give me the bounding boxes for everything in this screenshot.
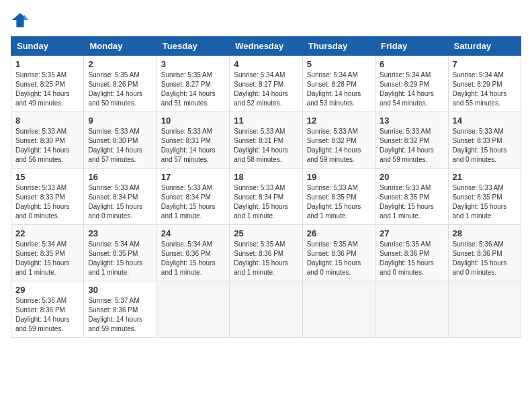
day-number: 28 — [453, 228, 517, 238]
calendar-cell: 11Sunrise: 5:33 AM Sunset: 8:31 PM Dayli… — [230, 112, 302, 169]
calendar-cell: 8Sunrise: 5:33 AM Sunset: 8:30 PM Daylig… — [11, 112, 84, 169]
day-info: Sunrise: 5:36 AM Sunset: 8:36 PM Dayligh… — [453, 240, 517, 277]
day-number: 2 — [88, 59, 152, 69]
calendar-cell: 27Sunrise: 5:35 AM Sunset: 8:36 PM Dayli… — [375, 225, 448, 281]
calendar-cell: 30Sunrise: 5:37 AM Sunset: 8:36 PM Dayli… — [84, 281, 157, 338]
day-info: Sunrise: 5:37 AM Sunset: 8:36 PM Dayligh… — [88, 296, 152, 334]
day-info: Sunrise: 5:35 AM Sunset: 8:26 PM Dayligh… — [88, 71, 152, 108]
logo — [11, 11, 32, 30]
day-number: 10 — [161, 116, 225, 126]
day-info: Sunrise: 5:33 AM Sunset: 8:35 PM Dayligh… — [453, 183, 517, 221]
calendar-cell: 23Sunrise: 5:34 AM Sunset: 8:35 PM Dayli… — [84, 225, 157, 281]
day-info: Sunrise: 5:36 AM Sunset: 8:36 PM Dayligh… — [15, 296, 79, 334]
calendar-cell: 9Sunrise: 5:33 AM Sunset: 8:30 PM Daylig… — [84, 112, 157, 169]
day-info: Sunrise: 5:34 AM Sunset: 8:29 PM Dayligh… — [380, 71, 443, 108]
day-number: 21 — [453, 172, 517, 182]
calendar-cell: 3Sunrise: 5:35 AM Sunset: 8:27 PM Daylig… — [157, 56, 229, 112]
day-info: Sunrise: 5:33 AM Sunset: 8:32 PM Dayligh… — [380, 127, 443, 165]
col-header-thursday: Thursday — [302, 37, 375, 56]
day-info: Sunrise: 5:33 AM Sunset: 8:35 PM Dayligh… — [380, 183, 443, 221]
calendar-cell: 21Sunrise: 5:33 AM Sunset: 8:35 PM Dayli… — [448, 169, 521, 225]
col-header-monday: Monday — [84, 37, 157, 56]
day-number: 18 — [234, 172, 298, 182]
calendar-cell: 29Sunrise: 5:36 AM Sunset: 8:36 PM Dayli… — [11, 281, 84, 338]
calendar-cell: 19Sunrise: 5:33 AM Sunset: 8:35 PM Dayli… — [302, 169, 375, 225]
calendar-cell: 26Sunrise: 5:35 AM Sunset: 8:36 PM Dayli… — [302, 225, 375, 281]
day-number: 11 — [234, 116, 298, 126]
day-info: Sunrise: 5:35 AM Sunset: 8:27 PM Dayligh… — [161, 71, 225, 108]
calendar-cell: 4Sunrise: 5:34 AM Sunset: 8:27 PM Daylig… — [230, 56, 302, 112]
calendar-cell: 13Sunrise: 5:33 AM Sunset: 8:32 PM Dayli… — [375, 112, 448, 169]
calendar-cell: 22Sunrise: 5:34 AM Sunset: 8:35 PM Dayli… — [11, 225, 84, 281]
calendar-cell: 25Sunrise: 5:35 AM Sunset: 8:36 PM Dayli… — [230, 225, 302, 281]
col-header-tuesday: Tuesday — [157, 37, 229, 56]
day-number: 3 — [161, 59, 225, 69]
day-number: 17 — [161, 172, 225, 182]
day-info: Sunrise: 5:34 AM Sunset: 8:35 PM Dayligh… — [15, 240, 79, 277]
header — [11, 11, 521, 30]
calendar: SundayMondayTuesdayWednesdayThursdayFrid… — [11, 36, 521, 338]
day-info: Sunrise: 5:33 AM Sunset: 8:33 PM Dayligh… — [453, 127, 517, 165]
day-info: Sunrise: 5:33 AM Sunset: 8:30 PM Dayligh… — [88, 127, 152, 165]
calendar-cell — [448, 281, 521, 338]
calendar-cell: 10Sunrise: 5:33 AM Sunset: 8:31 PM Dayli… — [157, 112, 229, 169]
col-header-wednesday: Wednesday — [230, 37, 302, 56]
day-number: 4 — [234, 59, 298, 69]
day-number: 26 — [307, 228, 371, 238]
day-number: 16 — [88, 172, 152, 182]
day-info: Sunrise: 5:34 AM Sunset: 8:29 PM Dayligh… — [453, 71, 517, 108]
day-info: Sunrise: 5:33 AM Sunset: 8:32 PM Dayligh… — [307, 127, 371, 165]
day-number: 8 — [15, 116, 79, 126]
day-info: Sunrise: 5:33 AM Sunset: 8:33 PM Dayligh… — [15, 183, 79, 221]
day-number: 24 — [161, 228, 225, 238]
day-number: 25 — [234, 228, 298, 238]
logo-icon — [11, 11, 30, 30]
calendar-cell: 20Sunrise: 5:33 AM Sunset: 8:35 PM Dayli… — [375, 169, 448, 225]
day-number: 30 — [88, 285, 152, 295]
calendar-cell: 1Sunrise: 5:35 AM Sunset: 8:25 PM Daylig… — [11, 56, 84, 112]
calendar-cell: 18Sunrise: 5:33 AM Sunset: 8:34 PM Dayli… — [230, 169, 302, 225]
day-info: Sunrise: 5:33 AM Sunset: 8:34 PM Dayligh… — [234, 183, 298, 221]
calendar-week-5: 29Sunrise: 5:36 AM Sunset: 8:36 PM Dayli… — [11, 281, 521, 338]
calendar-week-2: 8Sunrise: 5:33 AM Sunset: 8:30 PM Daylig… — [11, 112, 521, 169]
day-number: 14 — [453, 116, 517, 126]
calendar-cell: 7Sunrise: 5:34 AM Sunset: 8:29 PM Daylig… — [448, 56, 521, 112]
day-number: 23 — [88, 228, 152, 238]
day-number: 6 — [380, 59, 443, 69]
day-number: 29 — [15, 285, 79, 295]
day-number: 12 — [307, 116, 371, 126]
calendar-cell — [302, 281, 375, 338]
calendar-cell: 6Sunrise: 5:34 AM Sunset: 8:29 PM Daylig… — [375, 56, 448, 112]
day-number: 22 — [15, 228, 79, 238]
day-number: 9 — [88, 116, 152, 126]
day-info: Sunrise: 5:33 AM Sunset: 8:34 PM Dayligh… — [161, 183, 225, 221]
day-number: 7 — [453, 59, 517, 69]
calendar-cell — [375, 281, 448, 338]
day-info: Sunrise: 5:33 AM Sunset: 8:35 PM Dayligh… — [307, 183, 371, 221]
day-number: 27 — [380, 228, 443, 238]
day-info: Sunrise: 5:35 AM Sunset: 8:36 PM Dayligh… — [380, 240, 443, 277]
calendar-cell: 2Sunrise: 5:35 AM Sunset: 8:26 PM Daylig… — [84, 56, 157, 112]
day-info: Sunrise: 5:35 AM Sunset: 8:36 PM Dayligh… — [234, 240, 298, 277]
calendar-cell: 15Sunrise: 5:33 AM Sunset: 8:33 PM Dayli… — [11, 169, 84, 225]
day-info: Sunrise: 5:33 AM Sunset: 8:31 PM Dayligh… — [234, 127, 298, 165]
col-header-saturday: Saturday — [448, 37, 521, 56]
day-info: Sunrise: 5:33 AM Sunset: 8:31 PM Dayligh… — [161, 127, 225, 165]
calendar-cell: 28Sunrise: 5:36 AM Sunset: 8:36 PM Dayli… — [448, 225, 521, 281]
day-info: Sunrise: 5:33 AM Sunset: 8:34 PM Dayligh… — [88, 183, 152, 221]
calendar-week-3: 15Sunrise: 5:33 AM Sunset: 8:33 PM Dayli… — [11, 169, 521, 225]
day-number: 13 — [380, 116, 443, 126]
day-number: 19 — [307, 172, 371, 182]
day-info: Sunrise: 5:34 AM Sunset: 8:27 PM Dayligh… — [234, 71, 298, 108]
col-header-sunday: Sunday — [11, 37, 84, 56]
day-info: Sunrise: 5:34 AM Sunset: 8:35 PM Dayligh… — [88, 240, 152, 277]
day-info: Sunrise: 5:34 AM Sunset: 8:36 PM Dayligh… — [161, 240, 225, 277]
calendar-cell: 14Sunrise: 5:33 AM Sunset: 8:33 PM Dayli… — [448, 112, 521, 169]
day-number: 20 — [380, 172, 443, 182]
calendar-cell: 16Sunrise: 5:33 AM Sunset: 8:34 PM Dayli… — [84, 169, 157, 225]
col-header-friday: Friday — [375, 37, 448, 56]
calendar-cell: 24Sunrise: 5:34 AM Sunset: 8:36 PM Dayli… — [157, 225, 229, 281]
calendar-cell: 5Sunrise: 5:34 AM Sunset: 8:28 PM Daylig… — [302, 56, 375, 112]
day-number: 1 — [15, 59, 79, 69]
calendar-cell: 12Sunrise: 5:33 AM Sunset: 8:32 PM Dayli… — [302, 112, 375, 169]
